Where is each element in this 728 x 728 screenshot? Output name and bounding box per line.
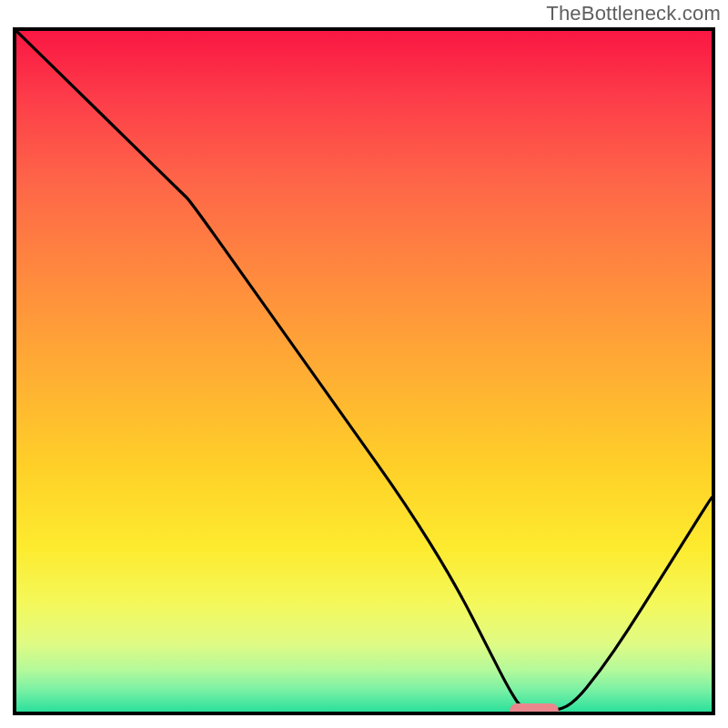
plot-area xyxy=(13,27,715,715)
highlight-marker xyxy=(510,703,558,715)
chart-container: TheBottleneck.com xyxy=(0,0,728,728)
line-curve xyxy=(16,31,712,712)
watermark-text: TheBottleneck.com xyxy=(546,2,721,25)
